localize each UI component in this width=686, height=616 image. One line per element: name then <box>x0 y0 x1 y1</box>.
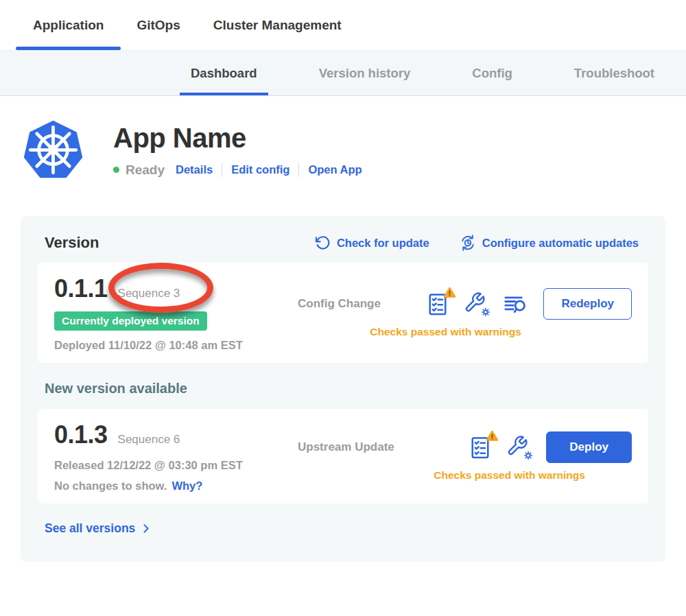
app-header-info: App Name Ready Details Edit config Open … <box>113 123 362 178</box>
preflight-checks-button[interactable] <box>425 292 450 316</box>
top-navigation: Application GitOps Cluster Management <box>0 0 686 50</box>
available-version-line: 0.1.3 Sequence 6 <box>54 420 298 449</box>
version-source-label: Upstream Update <box>298 440 394 454</box>
current-version-sequence: Sequence 3 <box>118 287 180 300</box>
see-all-versions-label: See all versions <box>45 521 135 536</box>
preflight-checks-button[interactable] <box>468 435 493 460</box>
sub-tab-version-history[interactable]: Version history <box>319 51 411 95</box>
available-version-icons <box>468 435 531 460</box>
warning-triangle-icon <box>443 286 456 299</box>
top-tab-cluster-management[interactable]: Cluster Management <box>213 0 342 50</box>
view-diff-button[interactable] <box>502 292 528 316</box>
preflight-checks-status[interactable]: Checks passed with warnings <box>298 326 632 338</box>
app-name-title: App Name <box>113 123 362 154</box>
edit-config-link[interactable]: Edit config <box>231 163 289 176</box>
app-status-text: Ready <box>126 163 165 178</box>
preflight-checks-status[interactable]: Checks passed with warnings <box>298 469 632 482</box>
version-card-actions: Check for update Configure automatic upd… <box>315 235 639 251</box>
version-card-title: Version <box>45 234 99 252</box>
available-version-number: 0.1.3 <box>54 420 108 449</box>
divider <box>222 163 222 177</box>
current-version-info: 0.1.1 Sequence 3 Currently deployed vers… <box>54 274 298 352</box>
app-header: App Name Ready Details Edit config Open … <box>21 117 686 183</box>
current-version-icons <box>425 292 528 316</box>
refresh-icon <box>315 235 331 251</box>
available-version-sequence: Sequence 6 <box>118 433 180 447</box>
no-changes-text: No changes to show. <box>54 479 167 493</box>
version-card-header: Version Check for update Configure <box>38 234 648 252</box>
current-version-actions-region: Config Change <box>298 274 632 352</box>
top-tab-application[interactable]: Application <box>33 0 104 50</box>
current-version-row: 0.1.1 Sequence 3 Currently deployed vers… <box>38 263 648 363</box>
gear-icon <box>523 450 534 461</box>
configure-automatic-updates-label: Configure automatic updates <box>482 237 639 250</box>
version-card: Version Check for update Configure <box>21 216 665 562</box>
released-timestamp: Released 12/12/22 @ 03:30 pm EST <box>54 459 298 472</box>
deployed-timestamp: Deployed 11/10/22 @ 10:48 am EST <box>54 339 298 352</box>
current-version-line: 0.1.1 Sequence 3 <box>54 274 298 303</box>
top-tab-gitops[interactable]: GitOps <box>137 0 180 50</box>
available-version-info: 0.1.3 Sequence 6 Released 12/12/22 @ 03:… <box>54 420 298 493</box>
sub-tab-troubleshoot[interactable]: Troubleshoot <box>574 51 654 95</box>
current-version-number: 0.1.1 <box>54 274 108 303</box>
kubernetes-logo <box>21 117 86 183</box>
details-link[interactable]: Details <box>176 163 213 176</box>
ready-status-dot-icon <box>113 167 119 173</box>
see-all-versions-link[interactable]: See all versions <box>45 521 648 536</box>
warning-triangle-icon <box>486 429 499 442</box>
no-changes-line: No changes to show. Why? <box>54 479 298 493</box>
why-link[interactable]: Why? <box>172 479 202 493</box>
sub-tab-config[interactable]: Config <box>472 51 512 95</box>
view-config-button[interactable] <box>506 435 531 460</box>
gear-icon <box>480 307 491 318</box>
chevron-right-icon <box>140 523 152 534</box>
check-for-update-button[interactable]: Check for update <box>315 235 429 251</box>
version-source-label: Config Change <box>298 297 381 311</box>
app-sub-navigation: Dashboard Version history Config Trouble… <box>0 50 686 96</box>
new-version-available-heading: New version available <box>45 381 641 396</box>
available-version-row: 0.1.3 Sequence 6 Released 12/12/22 @ 03:… <box>38 409 648 504</box>
configure-automatic-updates-button[interactable]: Configure automatic updates <box>460 235 639 251</box>
currently-deployed-badge: Currently deployed version <box>54 311 207 331</box>
divider <box>298 163 299 177</box>
check-for-update-label: Check for update <box>337 237 429 250</box>
auto-update-clock-icon <box>460 235 476 251</box>
redeploy-button[interactable]: Redeploy <box>543 288 632 320</box>
open-app-link[interactable]: Open App <box>308 163 362 176</box>
app-status-row: Ready Details Edit config Open App <box>113 163 362 178</box>
sub-tab-dashboard[interactable]: Dashboard <box>191 51 257 95</box>
available-version-actions-region: Upstream Update <box>298 420 632 493</box>
deploy-button[interactable]: Deploy <box>546 431 632 463</box>
view-config-button[interactable] <box>464 292 488 316</box>
view-diff-icon <box>502 292 528 316</box>
